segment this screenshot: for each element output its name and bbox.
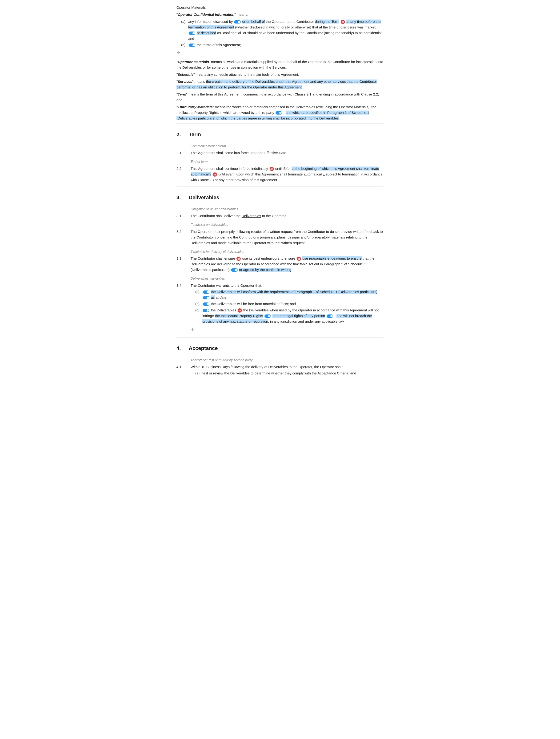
clause-content: The Contributor shall ensure or use its … xyxy=(190,256,384,273)
item-letter: (b) xyxy=(195,301,202,307)
or-badge[interactable]: or xyxy=(297,257,301,261)
section-title: Term xyxy=(189,130,201,139)
def-label: Schedule xyxy=(178,72,193,77)
toggle-switch[interactable] xyxy=(234,20,241,23)
event-placeholder: event xyxy=(226,172,235,176)
sub-heading-commencement: Commencement of term xyxy=(190,143,384,149)
def-label: Operator Confidential Information xyxy=(178,12,234,16)
sub-heading-obligation: Obligation to deliver deliverables xyxy=(190,206,384,212)
sub-heading-warranties: Deliverables warranties xyxy=(190,276,384,281)
toggle-switch[interactable] xyxy=(326,314,333,318)
toggle-switch[interactable] xyxy=(189,43,195,47)
clause-number: 4.1 xyxy=(176,364,190,377)
deliverables-ref: Deliverables xyxy=(242,214,261,218)
section-title: Acceptance xyxy=(189,344,218,352)
highlighted-text: or other legal rights of any person xyxy=(272,314,325,318)
toggle-switch[interactable] xyxy=(265,314,271,318)
clause-2-2: 2.2 This Agreement shall continue in for… xyxy=(176,166,384,183)
def-label: Services xyxy=(178,80,192,84)
clause-number: 3.3 xyxy=(176,256,190,273)
section-number: 3. xyxy=(176,193,185,201)
item-letter: (b) xyxy=(181,42,188,48)
date-placeholder: date xyxy=(283,166,289,170)
highlighted-text: and which are specified in Paragraph 1 o… xyxy=(176,111,369,120)
move-icon[interactable]: ✛ xyxy=(176,49,180,56)
def-term: "Term" means the term of this Agreement,… xyxy=(176,92,384,103)
or-badge[interactable]: or xyxy=(237,257,241,261)
item-content: the Deliverables will conform with the r… xyxy=(202,289,384,300)
clause-content: This Agreement shall come into force upo… xyxy=(190,150,384,156)
clause-2-1: 2.1 This Agreement shall come into force… xyxy=(176,150,384,156)
def-label: Operator Materials xyxy=(178,60,209,64)
toggle-switch[interactable] xyxy=(203,302,209,306)
clause-number: 3.4 xyxy=(176,283,190,334)
item-content: test or review the Deliverables to deter… xyxy=(202,371,356,376)
clause-content: The Contributor shall deliver the Delive… xyxy=(190,213,384,219)
clause-3-4: 3.4 The Contributor warrants to the Oper… xyxy=(176,283,384,334)
section-2-heading: 2. Term xyxy=(176,130,384,140)
clause-4-1: 4.1 Within 10 Business Days following th… xyxy=(176,364,384,377)
sub-heading-feedback: Feedback on deliverables xyxy=(190,222,384,227)
section-number: 4. xyxy=(176,344,185,352)
move-icon[interactable]: ✛ xyxy=(190,326,194,333)
def-third-party-materials: "Third Party Materials" means the works … xyxy=(176,104,384,121)
highlighted-text: the creation and delivery of the Deliver… xyxy=(176,80,377,89)
clause-number: 2.1 xyxy=(176,150,190,156)
clause-content: The Contributor warrants to the Operator… xyxy=(190,283,384,334)
def-operator-confidential: "Operator Confidential Information" mean… xyxy=(176,12,384,17)
date-placeholder: date xyxy=(220,295,226,299)
item-content: the terms of this Agreement; xyxy=(188,42,241,48)
deliverables-ref: Deliverables xyxy=(182,65,202,69)
highlighted-text: or described xyxy=(197,31,216,35)
highlighted-text: the Deliverables will conform with the r… xyxy=(211,290,378,294)
toggle-switch[interactable] xyxy=(203,309,209,312)
clause-3-4-b: (b) the Deliverables will be free from m… xyxy=(195,301,384,307)
clause-content: This Agreement shall continue in force i… xyxy=(190,166,384,183)
def-label: Third Party Materials xyxy=(178,105,213,109)
clause-4-1-a: (a) test or review the Deliverables to d… xyxy=(195,371,384,376)
document-body: Operator Materials; "Operator Confidenti… xyxy=(176,5,384,377)
sub-heading-acceptance-test: Acceptance test or review by second part… xyxy=(190,357,384,363)
highlighted-text: or agreed by the parties in writing xyxy=(239,268,291,272)
move-icon-container: ✛ xyxy=(176,48,384,57)
clause-3-4-c: (c) the Deliverables or the Deliverables… xyxy=(195,307,384,324)
definitions-section: "Operator Confidential Information" mean… xyxy=(176,12,384,121)
or-badge[interactable]: or xyxy=(341,20,345,24)
clause-number: 2.2 xyxy=(176,166,190,183)
sub-heading-timetable: Timetable for delivery of deliverables xyxy=(190,249,384,254)
move-icon-container: ✛ xyxy=(190,325,384,334)
toggle-switch[interactable] xyxy=(203,296,209,299)
intro-line: Operator Materials; xyxy=(176,5,384,10)
section-4-heading: 4. Acceptance xyxy=(176,344,384,354)
or-badge[interactable]: or xyxy=(213,172,217,177)
item-content: any information disclosed by or on behal… xyxy=(188,19,384,41)
section-3-heading: 3. Deliverables xyxy=(176,193,384,203)
services-ref: Services xyxy=(272,65,286,69)
clause-content: Within 10 Business Days following the de… xyxy=(190,364,384,377)
item-letter: (c) xyxy=(195,307,202,324)
highlighted-text: or on behalf of xyxy=(242,19,265,23)
item-letter: (a) xyxy=(181,19,188,41)
highlighted-text: as xyxy=(211,295,215,299)
clause-number: 3.2 xyxy=(176,229,190,246)
def-services: "Services" means the creation and delive… xyxy=(176,79,384,90)
toggle-switch[interactable] xyxy=(203,290,209,294)
toggle-switch[interactable] xyxy=(276,111,282,115)
clause-3-2: 3.2 The Operator must promptly, followin… xyxy=(176,229,384,246)
clause-3-3: 3.3 The Contributor shall ensure or use … xyxy=(176,256,384,273)
clause-number: 3.1 xyxy=(176,213,190,219)
def-oci-item-b: (b) the terms of this Agreement; xyxy=(181,42,384,48)
toggle-switch[interactable] xyxy=(189,31,195,35)
item-content: the Deliverables will be free from mater… xyxy=(202,301,296,307)
or-badge[interactable]: or xyxy=(270,167,274,171)
highlighted-text: at any time before the termination of th… xyxy=(188,19,381,29)
or-badge[interactable]: or xyxy=(238,308,242,313)
highlighted-text: use reasonable endeavours to ensure xyxy=(302,256,362,260)
section-title: Deliverables xyxy=(189,193,219,201)
clause-content: The Operator must promptly, following re… xyxy=(190,229,384,246)
item-content: the Deliverables or the Deliverables whe… xyxy=(202,307,384,324)
def-label: Term xyxy=(178,92,186,96)
item-letter: (a) xyxy=(195,371,202,376)
toggle-switch[interactable] xyxy=(231,268,238,272)
sub-heading-end-of-term: End of term xyxy=(190,159,384,164)
